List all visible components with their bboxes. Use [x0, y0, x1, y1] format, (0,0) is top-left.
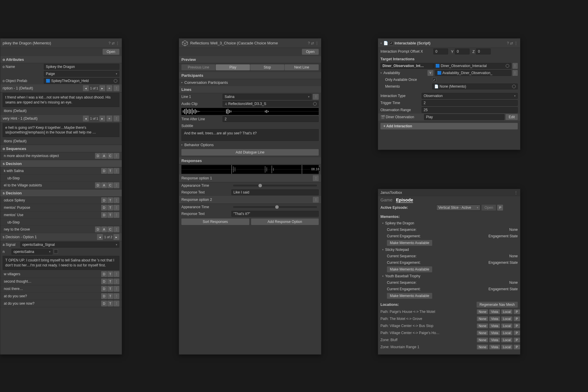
menu-button[interactable]: ⋮	[113, 153, 119, 159]
owner-dropdown[interactable]: Paige▾	[44, 71, 119, 77]
subtitle-text[interactable]: And the well, trees…are all you see? Tha…	[181, 129, 319, 141]
interaction-type-dropdown[interactable]: Observation▾	[422, 93, 518, 99]
episode-tab[interactable]: Episode	[396, 197, 413, 203]
n-dropdown[interactable]: opentoSalina▾	[11, 249, 53, 255]
foldout-arrow[interactable]: ▾	[382, 222, 385, 225]
p-button[interactable]: P	[514, 331, 520, 335]
list-item[interactable]: ub-Step	[0, 175, 122, 182]
open-button[interactable]: Open	[302, 49, 319, 55]
foldout-arrow[interactable]: ▾	[380, 71, 383, 74]
pager-next[interactable]: ▸	[99, 116, 105, 121]
menu-icon[interactable]: ⋮	[116, 41, 119, 45]
local-button[interactable]: Local	[501, 345, 512, 349]
memento-item[interactable]: ▾Sticky Notepad	[378, 246, 520, 253]
list-item[interactable]: at do you see?DT⋮	[0, 293, 122, 300]
p-button[interactable]: P	[514, 309, 520, 314]
x-field[interactable]	[433, 49, 448, 54]
c-button[interactable]: C	[107, 226, 113, 232]
prefab-field[interactable]: 🟦 SpikeyTheDragon_Held	[44, 78, 119, 84]
help-icon[interactable]: ?	[108, 41, 111, 45]
menu-button[interactable]: ⋮	[512, 70, 518, 76]
waveform[interactable]	[181, 108, 319, 115]
vista-button[interactable]: Vista	[489, 345, 500, 349]
t-button[interactable]: T	[107, 212, 113, 218]
d-button[interactable]: D	[101, 205, 107, 211]
none-button[interactable]: None	[477, 316, 488, 321]
audio-clip-field[interactable]: ♫ ReflectionsWell_D3.3_S	[223, 101, 319, 107]
menu-button[interactable]: ⋮	[313, 175, 319, 181]
y-field[interactable]	[455, 49, 470, 54]
settings-icon[interactable]: ⇄	[311, 41, 314, 45]
none-button[interactable]: None	[477, 323, 488, 328]
none-button[interactable]: None	[477, 309, 488, 314]
menu-button[interactable]: ⋮	[313, 197, 319, 203]
help-icon[interactable]: ?	[308, 41, 310, 45]
t-button[interactable]: T	[107, 168, 113, 174]
response-text-field[interactable]	[231, 211, 319, 217]
menu-button[interactable]: ⋮	[113, 205, 119, 211]
episode-dropdown[interactable]: Vertical Slice - Active▾	[436, 205, 480, 211]
add-button[interactable]: +	[106, 85, 112, 91]
list-item[interactable]: k with SalinaDT⋮	[0, 167, 122, 175]
menu-icon[interactable]: ⋮	[315, 41, 319, 45]
appearance-slider[interactable]	[233, 206, 317, 208]
menu-icon[interactable]: ⋮	[514, 41, 518, 45]
regenerate-navmesh-button[interactable]: Regenerate Nav Mesh	[477, 302, 518, 308]
trigger-time-field[interactable]	[422, 100, 518, 106]
enabled-checkbox[interactable]: ✓	[389, 41, 393, 45]
add-dialogue-button[interactable]: Add Dialogue Line	[181, 149, 319, 156]
d-button[interactable]: D	[101, 212, 107, 218]
menu-button[interactable]: ⋮	[113, 168, 119, 174]
settings-icon[interactable]: ⇄	[510, 41, 513, 45]
conditions-row[interactable]: itions (Default)	[0, 108, 122, 115]
menu-button[interactable]: ⋮	[313, 94, 319, 100]
none-button[interactable]: None	[477, 331, 488, 335]
response-text-field[interactable]	[231, 189, 319, 195]
pager-next[interactable]: ▸	[113, 234, 119, 240]
none-button[interactable]: None	[477, 345, 488, 349]
vista-button[interactable]: Vista	[489, 309, 500, 314]
make-available-button[interactable]: Make Memento Available	[387, 266, 432, 272]
t-button[interactable]: T	[107, 205, 113, 211]
pager-prev[interactable]: ◂	[97, 234, 103, 240]
next-line-button[interactable]: Next Line	[285, 64, 319, 70]
stop-button[interactable]: Stop	[250, 64, 284, 70]
t-button[interactable]: T	[107, 197, 113, 203]
list-item[interactable]: ub-Step	[0, 219, 122, 226]
menu-button[interactable]: ⋮	[113, 197, 119, 203]
local-button[interactable]: Local	[501, 316, 512, 321]
foldout-arrow[interactable]: ▾	[382, 248, 385, 251]
foldout-arrow[interactable]: ▾	[380, 42, 383, 45]
c-button[interactable]: C	[107, 182, 113, 188]
menu-button[interactable]: ⋮	[113, 85, 119, 91]
sort-responses-button[interactable]: Sort Responses	[181, 218, 249, 225]
d-button[interactable]: D	[101, 197, 107, 203]
list-item[interactable]: second thought…DT⋮	[0, 278, 122, 285]
p-button[interactable]: P	[514, 338, 520, 342]
list-item[interactable]: mentos' UseDT⋮	[0, 211, 122, 219]
tab-title[interactable]: JanusToolbox	[380, 191, 513, 195]
pager-next[interactable]: ▸	[99, 85, 105, 91]
sequence-title-row[interactable]: n more about the mysterious object D A C…	[0, 152, 122, 160]
local-button[interactable]: Local	[501, 309, 512, 314]
menu-button[interactable]: ⋮	[113, 226, 119, 232]
play-button[interactable]: Play	[216, 64, 250, 70]
p-button[interactable]: P	[497, 205, 503, 211]
signal-dropdown[interactable]: opentoSalina_Signal▾	[20, 242, 119, 248]
c-button[interactable]: C	[107, 153, 113, 159]
make-available-button[interactable]: Make Memento Available	[387, 240, 432, 246]
menu-button[interactable]: ⋮	[113, 116, 119, 121]
vista-button[interactable]: Vista	[489, 331, 500, 335]
open-episode-button[interactable]: Open	[482, 205, 496, 211]
menu-button[interactable]: ⋮	[512, 63, 518, 69]
interaction-name-dropdown[interactable]: Diner_Observation_Int…	[380, 63, 433, 69]
foldout-arrow[interactable]: ▾	[382, 275, 385, 278]
vista-button[interactable]: Vista	[489, 323, 500, 328]
play-dropdown[interactable]: Play	[424, 114, 505, 120]
a-button[interactable]: A	[101, 182, 107, 188]
response-waveform[interactable]	[181, 165, 319, 174]
conditions-row[interactable]: itions (Default)	[0, 138, 122, 145]
memento-item[interactable]: ▾Spikey the Dragon	[378, 220, 520, 226]
pager-prev[interactable]: ◂	[83, 85, 89, 91]
vista-button[interactable]: Vista	[489, 316, 500, 321]
